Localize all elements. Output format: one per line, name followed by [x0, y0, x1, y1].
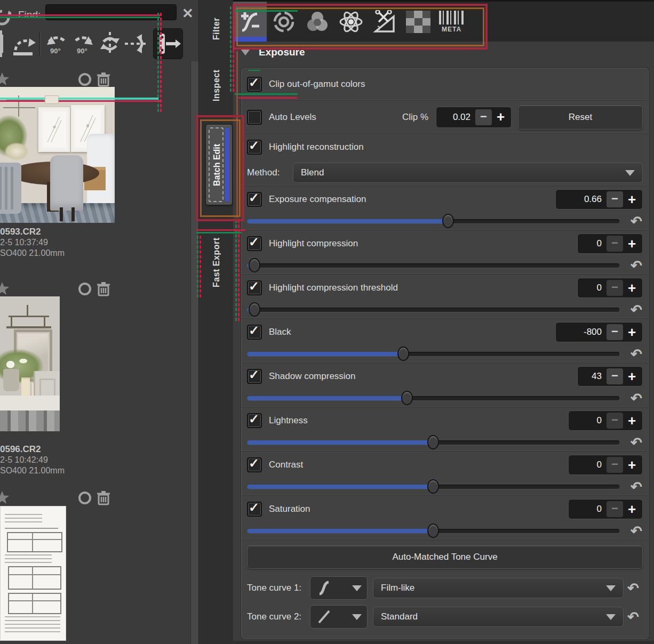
slider-thumb[interactable] [249, 302, 260, 317]
value-spinbox[interactable]: 43 − + [577, 366, 643, 387]
tool-tab-exposure[interactable] [233, 2, 267, 42]
highlight-reconstruction-checkbox[interactable]: ✓ [247, 140, 262, 155]
slider-track[interactable] [247, 308, 619, 312]
tab-fast-export[interactable]: Fast Export [199, 227, 234, 299]
decrement-button[interactable]: − [607, 280, 623, 296]
trash-icon[interactable] [97, 281, 110, 299]
slider-checkbox[interactable]: ✓ [247, 413, 262, 428]
value-spinbox[interactable]: 0 − + [568, 499, 643, 519]
exposure-section-header[interactable]: Exposure [241, 46, 305, 58]
find-input[interactable] [45, 4, 177, 20]
slider-track[interactable] [247, 485, 619, 489]
straighten-icon[interactable] [10, 29, 36, 59]
slider-thumb[interactable] [427, 479, 439, 494]
slider-checkbox[interactable]: ✓ [247, 325, 262, 340]
tone-curve-1-type-dropdown[interactable] [310, 576, 368, 600]
increment-button[interactable]: + [492, 109, 509, 125]
color-label-icon[interactable] [78, 491, 92, 507]
slider-checkbox[interactable]: ✓ [247, 369, 262, 384]
value-spinbox[interactable]: 0 − + [577, 278, 643, 298]
clip-percent-spinbox[interactable]: 0.02 − + [436, 107, 512, 128]
auto-levels-checkbox[interactable]: ✓ [247, 110, 262, 125]
increment-button[interactable]: + [623, 457, 641, 473]
increment-button[interactable]: + [623, 324, 641, 341]
slider-thumb[interactable] [442, 214, 454, 228]
flip-horizontal-icon[interactable] [123, 29, 150, 59]
color-label-icon[interactable] [78, 73, 92, 88]
rotate-left-90-icon[interactable]: 90° [43, 29, 70, 59]
method-dropdown[interactable]: Blend [293, 163, 643, 183]
increment-button[interactable]: + [623, 368, 641, 385]
auto-matched-tone-curve-button[interactable]: Auto-Matched Tone Curve [247, 545, 643, 569]
slider-checkbox[interactable]: ✓ [247, 236, 262, 251]
tool-tab-raw[interactable] [401, 2, 435, 42]
value-spinbox[interactable]: 0 − + [568, 455, 643, 475]
photo-thumbnail-1[interactable] [0, 87, 115, 223]
undo-icon[interactable]: ↶ [627, 436, 646, 449]
slider-checkbox[interactable]: ✓ [247, 457, 262, 472]
value-spinbox[interactable]: 0 − + [568, 410, 643, 431]
document-thumbnail-3[interactable] [0, 506, 66, 641]
undo-icon[interactable]: ↶ [624, 581, 643, 595]
tab-inspect[interactable]: Inspect [199, 65, 234, 106]
slider-checkbox[interactable]: ✓ [247, 280, 262, 295]
increment-button[interactable]: + [623, 236, 641, 252]
decrement-button[interactable]: − [607, 413, 623, 429]
increment-button[interactable]: + [623, 191, 641, 208]
undo-icon[interactable]: ↶ [627, 524, 646, 538]
crop-partial-icon[interactable] [0, 29, 10, 59]
decrement-button[interactable]: − [607, 236, 623, 252]
rotate-right-90-icon[interactable]: 90° [70, 29, 97, 59]
slider-track[interactable] [247, 219, 619, 223]
undo-icon[interactable]: ↶ [627, 303, 646, 317]
tool-tab-metadata[interactable]: META [435, 2, 468, 42]
undo-icon[interactable]: ↶ [627, 214, 646, 228]
photo-thumbnail-2[interactable] [0, 296, 60, 431]
increment-button[interactable]: + [623, 413, 641, 429]
undo-icon[interactable]: ↶ [627, 480, 646, 494]
trash-icon[interactable] [97, 490, 110, 508]
slider-thumb[interactable] [427, 524, 439, 538]
tool-tab-advanced[interactable] [334, 2, 368, 42]
tone-curve-1-mode-dropdown[interactable]: Film-like [373, 578, 624, 598]
refresh-icon[interactable] [0, 9, 11, 29]
undo-icon[interactable]: ↶ [627, 347, 646, 361]
star-icon[interactable] [0, 281, 9, 297]
increment-button[interactable]: + [623, 501, 641, 518]
close-find-icon[interactable]: ✕ [182, 5, 194, 22]
clip-gamut-checkbox[interactable]: ✓ [247, 77, 262, 92]
slider-track[interactable] [247, 440, 619, 445]
thumbnail-scrollbar[interactable] [190, 61, 199, 644]
increment-button[interactable]: + [623, 280, 641, 296]
slider-thumb[interactable] [427, 435, 439, 449]
undo-icon[interactable]: ↶ [624, 610, 643, 624]
tone-curve-2-mode-dropdown[interactable]: Standard [373, 607, 624, 627]
value-spinbox[interactable]: -800 − + [555, 322, 643, 342]
undo-icon[interactable]: ↶ [627, 259, 646, 272]
decrement-button[interactable]: − [607, 457, 623, 473]
slider-track[interactable] [247, 396, 619, 400]
tool-tab-detail[interactable] [267, 2, 300, 42]
flip-vertical-icon[interactable] [97, 29, 123, 59]
slider-checkbox[interactable]: ✓ [247, 502, 262, 517]
slider-thumb[interactable] [401, 391, 413, 405]
collapse-panel-button[interactable] [153, 28, 183, 59]
reset-button[interactable]: Reset [518, 105, 643, 130]
value-spinbox[interactable]: 0.66 − + [555, 189, 643, 210]
undo-icon[interactable]: ↶ [627, 391, 646, 405]
star-icon[interactable] [0, 490, 9, 506]
decrement-button[interactable]: − [607, 501, 623, 517]
slider-track[interactable] [247, 263, 619, 268]
tone-curve-2-type-dropdown[interactable] [310, 605, 368, 629]
tool-tab-transform[interactable] [368, 2, 401, 42]
value-spinbox[interactable]: 0 − + [577, 234, 643, 254]
slider-thumb[interactable] [397, 347, 409, 361]
slider-checkbox[interactable]: ✓ [247, 192, 262, 207]
slider-track[interactable] [247, 352, 619, 356]
tab-filter[interactable]: Filter [199, 10, 234, 48]
decrement-button[interactable]: − [607, 191, 623, 207]
slider-thumb[interactable] [249, 258, 260, 272]
tool-tab-color[interactable] [300, 2, 334, 42]
decrement-button[interactable]: − [607, 368, 623, 384]
color-label-icon[interactable] [78, 282, 92, 298]
